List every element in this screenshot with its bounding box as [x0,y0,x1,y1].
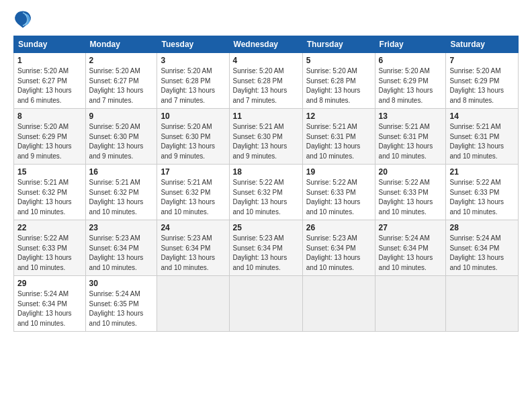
day-number: 7 [449,56,515,65]
day-detail: Sunrise: 5:22 AM Sunset: 6:33 PM Dayligh… [379,178,443,217]
day-detail: Sunrise: 5:21 AM Sunset: 6:32 PM Dayligh… [89,178,154,217]
day-number: 25 [233,223,299,232]
calendar-cell: 12 Sunrise: 5:21 AM Sunset: 6:31 PM Dayl… [302,109,375,165]
day-detail: Sunrise: 5:20 AM Sunset: 6:29 PM Dayligh… [17,122,82,161]
calendar-header-monday: Monday [85,36,157,53]
calendar-week-2: 8 Sunrise: 5:20 AM Sunset: 6:29 PM Dayli… [14,109,519,165]
calendar-week-3: 15 Sunrise: 5:21 AM Sunset: 6:32 PM Dayl… [14,165,519,220]
day-number: 4 [233,56,299,65]
calendar-cell: 17 Sunrise: 5:21 AM Sunset: 6:32 PM Dayl… [157,165,229,220]
calendar-cell: 22 Sunrise: 5:22 AM Sunset: 6:33 PM Dayl… [14,220,86,276]
day-number: 23 [89,223,154,232]
calendar-cell: 29 Sunrise: 5:24 AM Sunset: 6:34 PM Dayl… [14,276,86,332]
calendar-week-5: 29 Sunrise: 5:24 AM Sunset: 6:34 PM Dayl… [14,276,519,332]
calendar-cell: 20 Sunrise: 5:22 AM Sunset: 6:33 PM Dayl… [375,165,446,220]
calendar-cell: 8 Sunrise: 5:20 AM Sunset: 6:29 PM Dayli… [14,109,86,165]
day-number: 30 [89,279,154,288]
calendar-cell: 19 Sunrise: 5:22 AM Sunset: 6:33 PM Dayl… [302,165,375,220]
calendar-header-wednesday: Wednesday [229,36,302,53]
calendar-cell: 26 Sunrise: 5:23 AM Sunset: 6:34 PM Dayl… [302,220,375,276]
calendar-week-1: 1 Sunrise: 5:20 AM Sunset: 6:27 PM Dayli… [14,53,519,109]
day-number: 18 [233,167,299,177]
day-detail: Sunrise: 5:21 AM Sunset: 6:32 PM Dayligh… [161,178,225,217]
calendar-cell: 15 Sunrise: 5:21 AM Sunset: 6:32 PM Dayl… [14,165,86,220]
day-detail: Sunrise: 5:22 AM Sunset: 6:32 PM Dayligh… [233,178,299,217]
day-detail: Sunrise: 5:20 AM Sunset: 6:29 PM Dayligh… [379,66,443,105]
day-detail: Sunrise: 5:20 AM Sunset: 6:29 PM Dayligh… [449,66,515,105]
calendar-cell [375,276,446,332]
calendar-cell [229,276,302,332]
day-detail: Sunrise: 5:22 AM Sunset: 6:33 PM Dayligh… [306,178,371,217]
page: SundayMondayTuesdayWednesdayThursdayFrid… [0,0,532,411]
day-detail: Sunrise: 5:20 AM Sunset: 6:30 PM Dayligh… [89,122,154,161]
day-detail: Sunrise: 5:21 AM Sunset: 6:30 PM Dayligh… [233,122,299,161]
calendar-header-tuesday: Tuesday [157,36,229,53]
day-number: 13 [379,111,443,121]
day-number: 16 [89,167,154,177]
day-detail: Sunrise: 5:23 AM Sunset: 6:34 PM Dayligh… [233,234,299,273]
header [13,10,519,29]
day-detail: Sunrise: 5:20 AM Sunset: 6:28 PM Dayligh… [233,66,299,105]
day-number: 5 [306,56,371,65]
day-number: 8 [17,111,82,121]
calendar-cell: 11 Sunrise: 5:21 AM Sunset: 6:30 PM Dayl… [229,109,302,165]
calendar-header-sunday: Sunday [14,36,86,53]
logo-icon [13,10,32,29]
calendar-cell: 27 Sunrise: 5:24 AM Sunset: 6:34 PM Dayl… [375,220,446,276]
day-number: 21 [449,167,515,177]
calendar-header-saturday: Saturday [446,36,519,53]
calendar-cell [157,276,229,332]
calendar-cell: 14 Sunrise: 5:21 AM Sunset: 6:31 PM Dayl… [446,109,519,165]
day-number: 22 [17,223,82,232]
calendar-cell: 16 Sunrise: 5:21 AM Sunset: 6:32 PM Dayl… [85,165,157,220]
calendar-cell: 6 Sunrise: 5:20 AM Sunset: 6:29 PM Dayli… [375,53,446,109]
calendar-cell: 1 Sunrise: 5:20 AM Sunset: 6:27 PM Dayli… [14,53,86,109]
calendar-header-row: SundayMondayTuesdayWednesdayThursdayFrid… [14,36,519,53]
day-number: 27 [379,223,443,232]
calendar-cell: 28 Sunrise: 5:24 AM Sunset: 6:34 PM Dayl… [446,220,519,276]
calendar-cell: 3 Sunrise: 5:20 AM Sunset: 6:28 PM Dayli… [157,53,229,109]
calendar-header-thursday: Thursday [302,36,375,53]
calendar-cell: 7 Sunrise: 5:20 AM Sunset: 6:29 PM Dayli… [446,53,519,109]
day-detail: Sunrise: 5:20 AM Sunset: 6:27 PM Dayligh… [89,66,154,105]
day-detail: Sunrise: 5:23 AM Sunset: 6:34 PM Dayligh… [161,234,225,273]
day-number: 11 [233,111,299,121]
day-detail: Sunrise: 5:22 AM Sunset: 6:33 PM Dayligh… [17,234,82,273]
day-number: 29 [17,279,82,288]
calendar-cell [302,276,375,332]
day-number: 17 [161,167,225,177]
calendar-header-friday: Friday [375,36,446,53]
day-detail: Sunrise: 5:20 AM Sunset: 6:27 PM Dayligh… [17,66,82,105]
day-number: 12 [306,111,371,121]
day-number: 6 [379,56,443,65]
calendar-cell: 9 Sunrise: 5:20 AM Sunset: 6:30 PM Dayli… [85,109,157,165]
day-detail: Sunrise: 5:24 AM Sunset: 6:34 PM Dayligh… [17,289,82,328]
day-number: 19 [306,167,371,177]
day-detail: Sunrise: 5:20 AM Sunset: 6:28 PM Dayligh… [161,66,225,105]
calendar-cell: 13 Sunrise: 5:21 AM Sunset: 6:31 PM Dayl… [375,109,446,165]
calendar-cell: 10 Sunrise: 5:20 AM Sunset: 6:30 PM Dayl… [157,109,229,165]
calendar-cell: 18 Sunrise: 5:22 AM Sunset: 6:32 PM Dayl… [229,165,302,220]
day-detail: Sunrise: 5:24 AM Sunset: 6:35 PM Dayligh… [89,289,154,328]
calendar-cell: 21 Sunrise: 5:22 AM Sunset: 6:33 PM Dayl… [446,165,519,220]
day-detail: Sunrise: 5:22 AM Sunset: 6:33 PM Dayligh… [449,178,515,217]
day-number: 26 [306,223,371,232]
logo [13,10,35,29]
day-detail: Sunrise: 5:21 AM Sunset: 6:31 PM Dayligh… [306,122,371,161]
day-number: 10 [161,111,225,121]
calendar-cell: 24 Sunrise: 5:23 AM Sunset: 6:34 PM Dayl… [157,220,229,276]
calendar-cell: 23 Sunrise: 5:23 AM Sunset: 6:34 PM Dayl… [85,220,157,276]
day-detail: Sunrise: 5:24 AM Sunset: 6:34 PM Dayligh… [379,234,443,273]
calendar-cell [446,276,519,332]
calendar-table: SundayMondayTuesdayWednesdayThursdayFrid… [13,36,519,332]
day-detail: Sunrise: 5:20 AM Sunset: 6:30 PM Dayligh… [161,122,225,161]
day-number: 20 [379,167,443,177]
day-detail: Sunrise: 5:21 AM Sunset: 6:32 PM Dayligh… [17,178,82,217]
calendar-cell: 5 Sunrise: 5:20 AM Sunset: 6:28 PM Dayli… [302,53,375,109]
calendar-week-4: 22 Sunrise: 5:22 AM Sunset: 6:33 PM Dayl… [14,220,519,276]
day-number: 24 [161,223,225,232]
day-number: 15 [17,167,82,177]
day-detail: Sunrise: 5:21 AM Sunset: 6:31 PM Dayligh… [379,122,443,161]
day-number: 1 [17,56,82,65]
day-number: 3 [161,56,225,65]
